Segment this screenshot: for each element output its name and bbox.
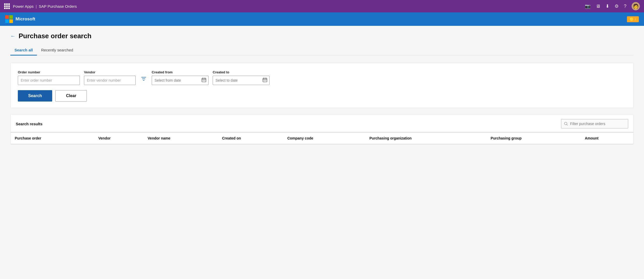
ms-bar-right: 🟡↑	[627, 16, 639, 22]
tab-bar: Search all Recently searched	[10, 45, 634, 56]
top-bar-right: 📷 🖥 ⬇ ⚙ ? 🧑	[585, 2, 640, 10]
svg-rect-6	[265, 80, 265, 81]
table-header-row: Purchase order Vendor Vendor name Create…	[11, 133, 633, 144]
tab-recently-searched[interactable]: Recently searched	[37, 45, 77, 56]
col-purchasing-group: Purchasing group	[487, 133, 581, 144]
filter-input-wrap[interactable]	[561, 119, 628, 128]
top-bar-left: Power Apps|SAP Purchase Orders	[4, 3, 77, 9]
created-to-input-wrap[interactable]	[213, 76, 270, 85]
vendor-label: Vendor	[84, 70, 136, 74]
screen-share-icon[interactable]: 🖥	[596, 4, 600, 9]
tab-search-all[interactable]: Search all	[10, 45, 37, 56]
results-header: Search results	[11, 114, 633, 133]
search-button[interactable]: Search	[18, 90, 52, 102]
ms-logo-grid	[5, 15, 13, 23]
created-to-label: Created to	[213, 70, 270, 74]
form-fields-row: Order number Vendor Created from	[18, 70, 626, 85]
results-section: Search results Purchase order Vendor Ven…	[10, 114, 634, 144]
created-from-label: Created from	[152, 70, 209, 74]
settings-icon[interactable]: ⚙	[615, 3, 619, 9]
help-icon[interactable]: ?	[624, 4, 626, 9]
waffle-icon[interactable]	[4, 3, 10, 9]
col-vendor: Vendor	[94, 133, 143, 144]
svg-rect-1	[203, 80, 203, 81]
results-title: Search results	[16, 122, 42, 126]
created-from-calendar-icon[interactable]	[202, 78, 206, 83]
ms-bar-action-button[interactable]: 🟡↑	[627, 16, 639, 22]
vendor-group: Vendor	[84, 70, 136, 85]
camera-icon[interactable]: 📷	[585, 3, 591, 9]
created-from-input[interactable]	[155, 78, 200, 82]
vendor-input[interactable]	[84, 76, 136, 85]
search-form: Order number Vendor Created from	[10, 63, 634, 108]
filter-search-icon	[564, 122, 568, 126]
created-to-calendar-icon[interactable]	[263, 78, 267, 83]
microsoft-logo[interactable]: Microsoft	[5, 15, 35, 23]
app-title: Power Apps|SAP Purchase Orders	[13, 4, 77, 9]
results-table: Purchase order Vendor Vendor name Create…	[11, 133, 633, 144]
main-content: ← Purchase order search Search all Recen…	[0, 26, 644, 279]
col-purchasing-org: Purchasing organization	[365, 133, 487, 144]
created-to-input[interactable]	[216, 78, 261, 82]
form-buttons-row: Search Clear	[18, 90, 626, 102]
filter-icon-button[interactable]	[140, 74, 148, 84]
svg-rect-7	[266, 80, 266, 81]
back-arrow-icon[interactable]: ←	[10, 33, 16, 39]
col-created-on: Created on	[218, 133, 283, 144]
order-number-input[interactable]	[18, 76, 80, 85]
download-icon[interactable]: ⬇	[605, 3, 609, 9]
svg-rect-2	[204, 80, 204, 81]
page-title: Purchase order search	[19, 32, 91, 40]
order-number-group: Order number	[18, 70, 80, 85]
svg-rect-5	[264, 80, 264, 81]
svg-rect-3	[205, 80, 205, 81]
created-from-group: Created from	[152, 70, 209, 85]
order-number-label: Order number	[18, 70, 80, 74]
user-avatar[interactable]: 🧑	[632, 2, 640, 10]
col-amount: Amount	[581, 133, 633, 144]
top-navigation-bar: Power Apps|SAP Purchase Orders 📷 🖥 ⬇ ⚙ ?…	[0, 0, 644, 12]
filter-orders-input[interactable]	[570, 122, 625, 126]
microsoft-logo-text: Microsoft	[16, 17, 35, 22]
col-vendor-name: Vendor name	[143, 133, 218, 144]
created-from-input-wrap[interactable]	[152, 76, 209, 85]
col-company-code: Company code	[283, 133, 365, 144]
microsoft-bar: Microsoft 🟡↑	[0, 12, 644, 26]
page-title-row: ← Purchase order search	[10, 32, 634, 40]
clear-button[interactable]: Clear	[55, 90, 87, 102]
created-to-group: Created to	[213, 70, 270, 85]
col-purchase-order: Purchase order	[11, 133, 94, 144]
